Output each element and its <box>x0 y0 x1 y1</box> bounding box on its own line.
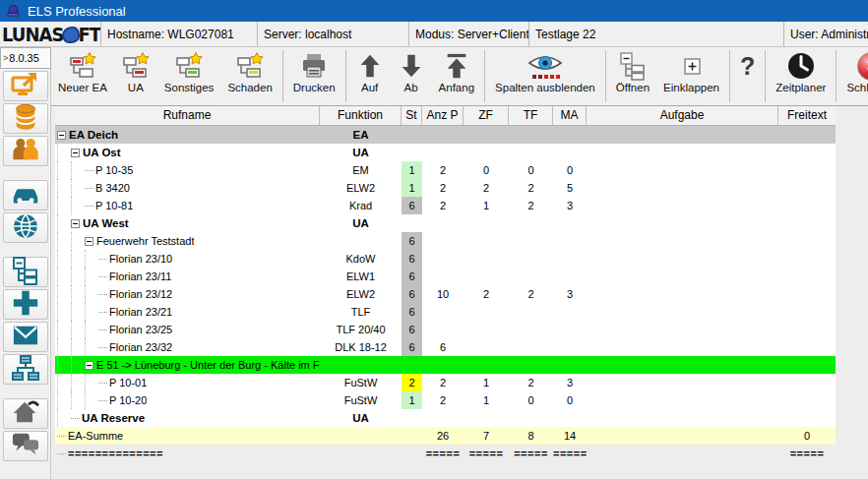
ma-cell <box>553 126 587 144</box>
drucken-button[interactable]: Drucken <box>286 47 342 105</box>
toolbar-button-label: Anfang <box>439 82 474 93</box>
sidebar-button-datenbank[interactable] <box>3 103 48 134</box>
rufname-label: E 51 -> Lüneburg - Unter der Burg - Kält… <box>96 356 320 374</box>
table-row[interactable]: ======================================= <box>55 445 836 462</box>
table-row[interactable]: P 10-01FuStW22123 <box>55 374 836 391</box>
people-icon <box>10 135 41 168</box>
zf-cell <box>464 126 509 144</box>
house-phone-icon <box>10 397 41 431</box>
tree-expand-icon <box>618 50 648 82</box>
tf-cell: 2 <box>509 179 553 197</box>
aufgabe-cell <box>587 214 778 232</box>
toolbar-button-label: Auf <box>361 82 378 93</box>
column-header-zf[interactable]: ZF <box>464 106 509 125</box>
sidebar-button-personal[interactable] <box>3 136 48 166</box>
sonstiges-button[interactable]: Sonstiges <box>157 47 221 105</box>
rufname-cell: UA West <box>55 214 320 232</box>
anzp-cell: 10 <box>422 285 464 303</box>
ua-button[interactable]: UA <box>114 47 157 105</box>
column-header-freitext[interactable]: Freitext <box>778 106 836 125</box>
title-bar: ELS Professional <box>0 0 868 22</box>
table-row[interactable]: Florian 23/11ELW16 <box>55 268 836 285</box>
neuer-ea-button[interactable]: Neuer EA <box>51 47 114 105</box>
freitext-cell: ===== <box>778 445 836 462</box>
column-header-rufname[interactable]: Rufname <box>55 106 320 125</box>
schliessen-button[interactable]: ✕Schließen <box>839 47 868 105</box>
sidebar-group <box>0 398 50 461</box>
arrow-up-icon <box>356 50 384 82</box>
tree-star-red-icon <box>121 50 151 82</box>
tree-connector-line <box>85 205 93 207</box>
aufgabe-cell <box>587 303 778 321</box>
table-row[interactable]: E 51 -> Lüneburg - Unter der Burg - Kält… <box>55 356 836 374</box>
sidebar-button-hinzufuegen[interactable] <box>3 289 48 320</box>
sidebar-button-heim[interactable] <box>3 398 48 429</box>
toolbar-button-label: Sonstiges <box>164 82 215 93</box>
table-row[interactable]: EA-Summe2678140 <box>55 427 836 445</box>
freitext-cell <box>778 268 836 285</box>
sidebar-group <box>0 257 50 385</box>
user-cell: User: Administrator <box>784 22 868 46</box>
column-header-ma[interactable]: MA <box>553 106 587 125</box>
spalten-ausblenden-button[interactable]: Spalten ausblenden <box>488 47 602 105</box>
tf-cell <box>509 268 553 285</box>
zeitplaner-button[interactable]: Zeitplaner <box>769 47 833 105</box>
tree-collapse-box-icon[interactable] <box>71 219 80 228</box>
table-row[interactable]: Florian 23/12ELW2610223 <box>55 285 836 303</box>
sidebar-button-nachrichten[interactable] <box>3 322 48 352</box>
tree-collapse-box-icon[interactable] <box>85 237 93 246</box>
sidebar-button-chat[interactable] <box>3 431 48 461</box>
column-header-tf[interactable]: TF <box>509 106 553 125</box>
toolbar-button-label: UA <box>128 82 144 93</box>
tree-collapse-box-icon[interactable] <box>57 131 66 140</box>
freitext-cell <box>778 338 836 356</box>
modus-cell: Modus: Server+Client <box>409 22 529 46</box>
sidebar-button-organisation[interactable] <box>3 354 48 385</box>
sidebar-button-fahrzeuge[interactable] <box>3 180 48 210</box>
einklappen-button[interactable]: Einklappen <box>656 47 726 105</box>
sidebar-button-export[interactable] <box>3 71 48 101</box>
tree-guide-line <box>71 179 85 197</box>
column-header-anzp[interactable]: Anz P <box>422 106 464 125</box>
oeffnen-button[interactable]: Öffnen <box>609 47 656 105</box>
sidebar-button-karte[interactable] <box>3 212 48 243</box>
tree-collapse-box-icon[interactable] <box>71 149 80 157</box>
freitext-cell: 0 <box>778 427 836 445</box>
table-row[interactable]: P 10-35EM12000 <box>55 161 836 179</box>
table-row[interactable]: Florian 23/32DLK 18-1266 <box>55 338 836 356</box>
column-header-aufgabe[interactable]: Aufgabe <box>587 106 778 125</box>
tf-cell: 2 <box>509 285 553 303</box>
table-row[interactable]: Feuerwehr Teststadt6 <box>55 232 836 250</box>
table-row[interactable]: Florian 23/25TLF 20/406 <box>55 321 836 338</box>
table-row[interactable]: UA WestUA <box>55 214 836 232</box>
ab-button[interactable]: Ab <box>391 47 432 105</box>
schaden-button[interactable]: Schaden <box>220 47 279 105</box>
table-row[interactable]: Florian 23/10KdoW6 <box>55 250 836 268</box>
anzp-cell: ===== <box>422 445 464 462</box>
version-box[interactable]: > 8.0.35 <box>0 47 51 69</box>
sidebar-button-einsatzbaum[interactable] <box>3 257 48 287</box>
toolbar-button-label: Schaden <box>227 82 272 93</box>
table-row[interactable]: P 10-81Krad62123 <box>55 197 836 214</box>
rufname-label: Florian 23/32 <box>109 338 172 356</box>
help-question-glyph: ? <box>740 51 755 81</box>
tree-collapse-box-icon[interactable] <box>85 361 93 370</box>
anfang-button[interactable]: Anfang <box>432 47 481 105</box>
freitext-cell <box>778 250 836 268</box>
table-row[interactable]: UA ReserveUA <box>55 409 836 427</box>
tf-cell: 2 <box>509 374 553 391</box>
hilfe-button[interactable]: ? <box>733 47 762 105</box>
table-header-row: RufnameFunktionStAnz PZFTFMAAufgabeFreit… <box>55 106 836 126</box>
column-header-st[interactable]: St <box>402 106 422 125</box>
zf-cell <box>464 338 509 356</box>
table-row[interactable]: P 10-20FuStW12100 <box>55 391 836 409</box>
aufgabe-cell <box>587 427 778 445</box>
table-row[interactable]: B 3420ELW212225 <box>55 179 836 197</box>
column-header-funktion[interactable]: Funktion <box>320 106 402 125</box>
table-row[interactable]: UA OstUA <box>55 144 836 161</box>
table-row[interactable]: EA DeichEA <box>55 126 836 144</box>
funktion-cell: TLF 20/40 <box>320 321 402 338</box>
table-row[interactable]: Florian 23/21TLF6 <box>55 303 836 321</box>
toolbar-separator <box>282 50 283 102</box>
auf-button[interactable]: Auf <box>349 47 391 105</box>
